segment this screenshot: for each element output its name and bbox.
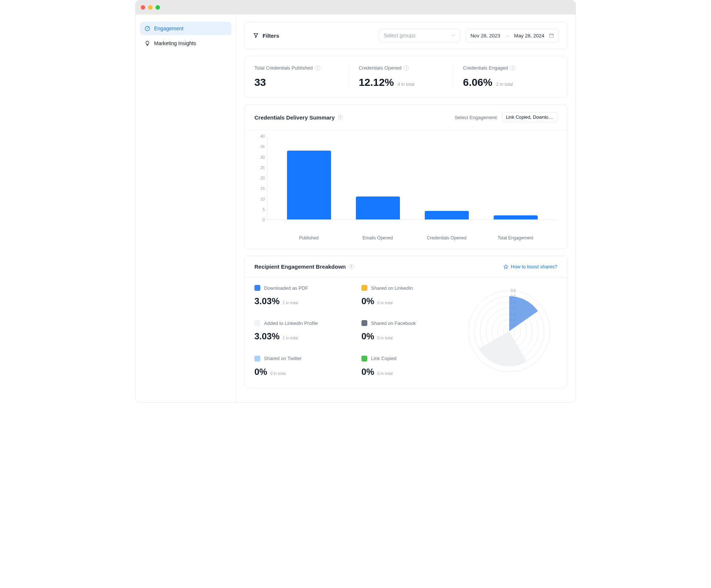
breakdown-item: Shared on Twitter0%0 in total xyxy=(254,356,354,377)
window-zoom-icon[interactable] xyxy=(156,5,160,10)
y-tick: 10 xyxy=(260,197,265,201)
info-icon[interactable]: i xyxy=(349,264,354,269)
calendar-icon xyxy=(549,33,554,38)
main-content: Filters Select groups Nov 28, 2023 → May… xyxy=(236,14,575,402)
date-range-picker[interactable]: Nov 28, 2023 → May 28, 2024 xyxy=(465,29,559,42)
delivery-header: Credentials Delivery Summary i Select En… xyxy=(245,105,567,130)
date-to: May 28, 2024 xyxy=(514,33,544,38)
stat-label-text: Credentials Opened xyxy=(359,65,402,71)
stat-value: 6.06% xyxy=(463,77,492,88)
y-tick: 30 xyxy=(260,155,265,159)
breakdown-item-head: Link Copied xyxy=(361,356,461,362)
sidebar: Engagement Marketing Insights xyxy=(136,14,236,402)
x-label: Credentials Opened xyxy=(412,235,481,241)
delivery-title-wrap: Credentials Delivery Summary i xyxy=(254,114,343,121)
gauge-icon xyxy=(144,26,150,31)
breakdown-sub: 0 in total xyxy=(377,371,393,376)
sidebar-item-marketing-insights[interactable]: Marketing Insights xyxy=(140,37,231,50)
stat-credentials-engaged: Credentials Engaged i 6.06% 2 in total xyxy=(453,65,557,88)
stat-label-text: Credentials Engaged xyxy=(463,65,508,71)
sidebar-item-label: Engagement xyxy=(154,26,183,31)
window-minimize-icon[interactable] xyxy=(148,5,153,10)
breakdown-value: 3.03% xyxy=(254,296,280,306)
breakdown-item-label: Added to LinkedIn Profile xyxy=(264,320,318,326)
breakdown-item-head: Shared on Twitter xyxy=(254,356,354,362)
breakdown-grid: Downloaded as PDF3.03%1 in totalShared o… xyxy=(254,285,461,377)
bar xyxy=(494,215,538,219)
breakdown-item: Link Copied0%0 in total xyxy=(361,356,461,377)
select-groups-placeholder: Select groups xyxy=(384,33,415,38)
y-tick: 5 xyxy=(263,207,265,212)
bar xyxy=(425,211,469,219)
app-body: Engagement Marketing Insights Filters xyxy=(136,14,575,402)
x-label: Emails Opened xyxy=(343,235,412,241)
chevron-down-icon xyxy=(451,33,455,38)
color-swatch xyxy=(254,356,260,362)
bar-chart-y-axis: 0510152025303540 xyxy=(254,136,267,220)
stat-value-row: 12.12% 4 in total xyxy=(359,77,444,88)
stat-label-text: Total Credentials Published xyxy=(254,65,313,71)
breakdown-value: 3.03% xyxy=(254,331,280,342)
filters-title-wrap: Filters xyxy=(253,33,374,39)
stat-value: 33 xyxy=(254,77,266,88)
delivery-title: Credentials Delivery Summary xyxy=(254,114,335,121)
breakdown-item: Downloaded as PDF3.03%1 in total xyxy=(254,285,354,307)
breakdown-item-label: Shared on Facebook xyxy=(371,320,416,326)
breakdown-item-head: Shared on Facebook xyxy=(361,320,461,326)
x-label: Total Engagement xyxy=(481,235,550,241)
window-titlebar xyxy=(136,0,575,14)
breakdown-value: 0% xyxy=(361,296,374,306)
breakdown-title-wrap: Recipient Engagement Breakdown i xyxy=(254,263,354,270)
select-engagement-dropdown[interactable]: Link Copied, Downloade… xyxy=(502,112,557,122)
breakdown-value: 0% xyxy=(361,331,374,342)
color-swatch xyxy=(361,285,367,291)
breakdown-sub: 0 in total xyxy=(377,300,393,305)
breakdown-item-head: Added to LinkedIn Profile xyxy=(254,320,354,326)
breakdown-item-label: Link Copied xyxy=(371,356,397,361)
x-label: Published xyxy=(274,235,343,241)
star-icon xyxy=(503,264,508,269)
info-icon[interactable]: i xyxy=(404,65,409,71)
y-tick: 40 xyxy=(260,134,265,138)
breakdown-item-head: Downloaded as PDF xyxy=(254,285,354,291)
breakdown-value-row: 3.03%1 in total xyxy=(254,296,354,306)
lightbulb-icon xyxy=(144,40,150,46)
breakdown-value-row: 3.03%1 in total xyxy=(254,331,354,342)
svg-rect-1 xyxy=(550,34,554,37)
breakdown-sub: 1 in total xyxy=(283,336,298,340)
info-icon[interactable]: i xyxy=(315,65,320,71)
breakdown-value-row: 0%0 in total xyxy=(361,331,461,342)
select-groups-dropdown[interactable]: Select groups xyxy=(379,29,460,42)
bar-column xyxy=(275,151,344,219)
date-from: Nov 28, 2023 xyxy=(470,33,500,38)
stat-value-row: 6.06% 2 in total xyxy=(463,77,548,88)
sidebar-item-engagement[interactable]: Engagement xyxy=(140,22,231,35)
info-icon[interactable]: i xyxy=(338,115,343,120)
filters-title: Filters xyxy=(263,33,279,39)
color-swatch xyxy=(361,356,367,362)
delivery-panel: Credentials Delivery Summary i Select En… xyxy=(244,104,567,249)
bar-chart: 0510152025303540 PublishedEmails OpenedC… xyxy=(245,130,567,249)
breakdown-value-row: 0%0 in total xyxy=(361,367,461,377)
breakdown-value: 0% xyxy=(361,367,374,377)
breakdown-header: Recipient Engagement Breakdown i How to … xyxy=(245,256,567,278)
y-tick: 20 xyxy=(260,176,265,180)
stat-label: Total Credentials Published i xyxy=(254,65,339,71)
info-icon[interactable]: i xyxy=(510,65,515,71)
breakdown-sub: 0 in total xyxy=(270,371,286,376)
bar-chart-plot xyxy=(267,136,557,220)
stat-total-published: Total Credentials Published i 33 xyxy=(254,65,349,88)
boost-shares-link[interactable]: How to boost shares? xyxy=(503,264,557,269)
window-close-icon[interactable] xyxy=(141,5,145,10)
breakdown-item-head: Shared on LinkedIn xyxy=(361,285,461,291)
arrow-right-icon: → xyxy=(505,33,510,38)
filters-panel: Filters Select groups Nov 28, 2023 → May… xyxy=(244,22,567,49)
bar-column xyxy=(413,211,481,219)
breakdown-sub: 1 in total xyxy=(283,300,298,305)
color-swatch xyxy=(254,320,260,326)
stat-label: Credentials Engaged i xyxy=(463,65,548,71)
breakdown-title: Recipient Engagement Breakdown xyxy=(254,263,346,270)
breakdown-sub: 0 in total xyxy=(377,336,393,340)
select-engagement-wrap: Select Engagement: Link Copied, Download… xyxy=(455,112,557,122)
stat-value: 12.12% xyxy=(359,77,394,88)
